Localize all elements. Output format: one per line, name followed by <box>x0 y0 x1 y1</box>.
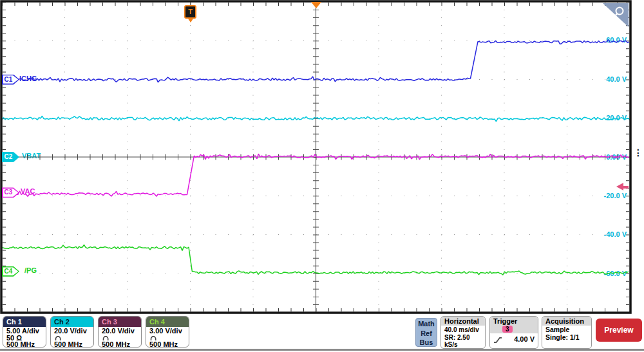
channel-settings-badge-ch4[interactable]: Ch 4 3.00 V/div 500 MHz <box>146 316 189 347</box>
bus-label: Bus <box>416 338 437 347</box>
preview-button[interactable]: Preview <box>596 319 642 342</box>
channel-badge-header: Ch 1 <box>3 317 46 327</box>
bottom-bar: Ch 1 5.00 A/div 50 Ω 500 MHz Ch 2 20.0 V… <box>0 315 644 352</box>
trigger-panel[interactable]: Trigger3 4.00 V <box>489 316 538 349</box>
trigger-level-text: 4.00 V <box>514 336 535 344</box>
oscilloscope-screen: 60.0 V 40.0 V 20.0 V 0.00 V -20.0 V -40.… <box>0 0 644 352</box>
channel-badge-header: Ch 4 <box>146 317 189 327</box>
scale-text: 5.00 A/div <box>6 328 43 335</box>
trace-c3 <box>2 154 629 196</box>
rising-edge-icon <box>493 336 502 344</box>
math-ref-bus-button[interactable]: Math Ref Bus <box>415 318 437 347</box>
scale-text: 20.0 V/div <box>102 328 138 335</box>
math-label: Math <box>416 319 437 329</box>
acquisition-panel[interactable]: Acquisition Sample Single: 1/1 <box>542 316 592 349</box>
acquisition-count-text: Single: 1/1 <box>545 334 588 342</box>
bandwidth-text: 500 MHz <box>149 341 185 347</box>
channel-badge-body: 3.00 V/div 500 MHz <box>146 327 189 347</box>
trigger-panel-body: 4.00 V <box>490 333 538 345</box>
channel-badge-header: Ch 3 <box>99 317 141 327</box>
channel-badge-text: C4 <box>2 266 15 277</box>
channel-badge-text: C2 <box>2 152 15 162</box>
channel-badge-body: 20.0 V/div 500 MHz <box>99 327 141 347</box>
waveform-display <box>0 0 644 315</box>
trigger-position-marker[interactable]: T <box>184 5 196 19</box>
acquisition-panel-body: Sample Single: 1/1 <box>542 326 591 342</box>
trigger-panel-header: Trigger3 <box>490 317 538 333</box>
trigger-level-arrow[interactable] <box>616 183 629 191</box>
channel-badge-text: C3 <box>2 187 15 198</box>
waveform-area: 60.0 V 40.0 V 20.0 V 0.00 V -20.0 V -40.… <box>0 0 644 315</box>
scale-text: 3.00 V/div <box>149 328 185 335</box>
horizontal-panel[interactable]: Horizontal 40.0 ms/div SR: 2.50 kS/s RL:… <box>440 316 486 349</box>
channel-badge-body: 20.0 V/div 500 MHz <box>51 327 93 347</box>
channel-badge-header: Ch 2 <box>51 317 93 327</box>
trace-c4 <box>2 245 629 275</box>
scale-text: 20.0 V/div <box>54 328 90 335</box>
channel-settings-badge-ch3[interactable]: Ch 3 20.0 V/div 500 MHz <box>98 316 142 347</box>
acquisition-panel-title: Acquisition <box>542 317 591 326</box>
sample-rate-text: SR: 2.50 kS/s <box>444 334 482 349</box>
trigger-panel-title: Trigger <box>493 317 517 325</box>
side-menu-handle[interactable]: ⋮ <box>634 151 643 155</box>
channel-settings-badge-ch2[interactable]: Ch 2 20.0 V/div 500 MHz <box>50 316 94 347</box>
channel-badge-body: 5.00 A/div 50 Ω 500 MHz <box>3 327 46 347</box>
trigger-position-stem <box>188 19 193 23</box>
timebase-text: 40.0 ms/div <box>444 326 482 334</box>
bandwidth-text: 500 MHz <box>6 341 43 347</box>
horizontal-panel-body: 40.0 ms/div SR: 2.50 kS/s RL: 1 kpts <box>441 326 485 349</box>
bottom-divider <box>0 349 644 351</box>
channel-settings-badge-ch1[interactable]: Ch 1 5.00 A/div 50 Ω 500 MHz <box>3 316 46 347</box>
bandwidth-text: 500 MHz <box>102 341 138 347</box>
acquisition-mode-text: Sample <box>545 326 588 334</box>
expansion-point-icon[interactable] <box>311 2 321 8</box>
trigger-source-badge: 3 <box>502 326 513 333</box>
bandwidth-text: 500 MHz <box>54 341 90 347</box>
ref-label: Ref <box>416 329 437 338</box>
channel-badge-text: C1 <box>2 75 15 85</box>
trigger-arrow-tail <box>623 186 629 189</box>
horizontal-panel-title: Horizontal <box>441 317 485 326</box>
